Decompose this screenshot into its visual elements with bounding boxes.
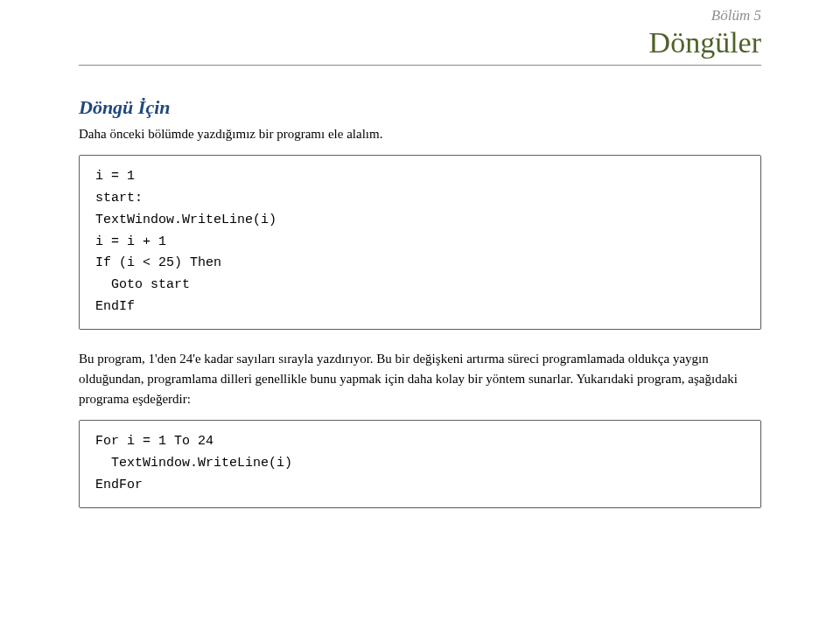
header: Bölüm 5 Döngüler: [79, 0, 761, 59]
section-heading: Döngü İçin: [79, 96, 761, 119]
code-block-2: For i = 1 To 24 TextWindow.WriteLine(i) …: [79, 420, 761, 507]
intro-text: Daha önceki bölümde yazdığımız bir progr…: [79, 124, 761, 144]
paragraph-text: Bu program, 1'den 24'e kadar sayıları sı…: [79, 349, 761, 410]
chapter-title: Döngüler: [79, 26, 761, 59]
header-divider: [79, 65, 761, 66]
chapter-label: Bölüm 5: [79, 7, 761, 24]
code-block-1: i = 1 start: TextWindow.WriteLine(i) i =…: [79, 155, 761, 329]
